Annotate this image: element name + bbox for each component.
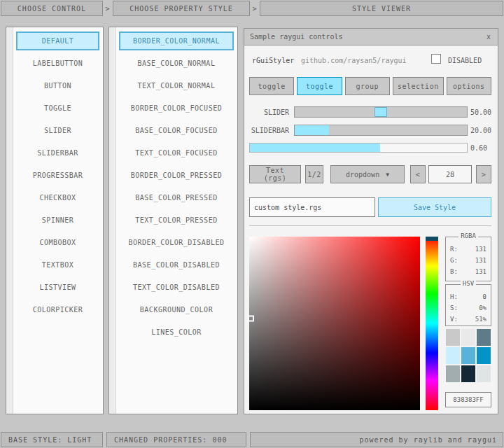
h-label: H: (450, 293, 458, 300)
toggle-group-item-toggle-1[interactable]: toggle (249, 77, 294, 95)
hsv-row-s: S: 0% (446, 302, 491, 314)
property-item-border-color-disabled[interactable]: BORDER_COLOR_DISABLED (119, 233, 234, 252)
close-icon[interactable]: x (485, 33, 492, 41)
property-item-border-color-pressed[interactable]: BORDER_COLOR_PRESSED (119, 166, 234, 185)
style-filename-input[interactable] (249, 197, 375, 217)
control-item-checkbox[interactable]: CHECKBOX (16, 188, 99, 207)
slider-track[interactable] (294, 106, 468, 118)
property-item-text-color-focused[interactable]: TEXT_COLOR_FOCUSED (119, 144, 234, 162)
property-item-base-color-normal[interactable]: BASE_COLOR_NORMAL (119, 54, 234, 73)
toggle-group-item-toggle-2[interactable]: toggle (297, 77, 342, 95)
spinner-increase-button[interactable]: > (476, 165, 491, 183)
progress-value: 0.60 (470, 144, 487, 152)
control-item-progressbar[interactable]: PROGRESSBAR (16, 166, 99, 185)
properties-list-scrollbar[interactable] (109, 27, 116, 414)
status-base-style: BASE STYLE: LIGHT (1, 432, 103, 447)
palette-swatch-0[interactable] (446, 329, 460, 346)
disabled-checkbox-label: DISABLED (448, 57, 482, 64)
dropdown-selected-label: dropdown (346, 171, 379, 178)
hue-slider-handle[interactable] (426, 237, 438, 241)
half-button[interactable]: 1/2 (305, 165, 323, 183)
property-item-lines-color[interactable]: LINES_COLOR (119, 323, 234, 342)
property-item-text-color-normal[interactable]: TEXT_COLOR_NORMAL (119, 76, 234, 95)
toggle-group-item-group[interactable]: group (345, 77, 390, 95)
controls-list-scrollbar[interactable] (6, 27, 13, 414)
r-label: R: (450, 246, 458, 253)
property-item-text-color-disabled[interactable]: TEXT_COLOR_DISABLED (119, 278, 234, 297)
property-item-base-color-focused[interactable]: BASE_COLOR_FOCUSED (119, 121, 234, 140)
rgba-row-b: B: 131 (446, 266, 491, 277)
breadcrumb-separator-icon: > (250, 1, 260, 16)
sliderbar-track[interactable] (294, 125, 468, 136)
hsv-row-v: V: 51% (446, 314, 491, 325)
rguistyler-app: CHOOSE CONTROL > CHOOSE PROPERTY STYLE >… (0, 0, 504, 448)
text-rgs-button[interactable]: Text (rgs) (249, 165, 301, 183)
slider-handle[interactable] (374, 107, 387, 117)
control-item-slider[interactable]: SLIDER (16, 121, 99, 140)
window-title: Sample raygui controls (250, 33, 342, 41)
b-value: 131 (475, 268, 486, 275)
property-item-text-color-pressed[interactable]: TEXT_COLOR_PRESSED (119, 211, 234, 230)
toggle-group-item-options[interactable]: options (447, 77, 491, 95)
disabled-checkbox[interactable] (431, 54, 441, 64)
dropdown-combobox[interactable]: dropdown ▼ (330, 165, 405, 183)
slider-value: 50.00 (470, 108, 491, 116)
control-item-listview[interactable]: LISTVIEW (16, 278, 99, 297)
property-item-border-color-focused[interactable]: BORDER_COLOR_FOCUSED (119, 99, 234, 118)
palette-swatch-1[interactable] (461, 329, 475, 346)
controls-list-panel: DEFAULT LABELBUTTON BUTTON TOGGLE SLIDER… (6, 27, 104, 414)
sliderbar-label: SLIDERBAR (246, 127, 289, 134)
g-value: 131 (475, 257, 486, 264)
control-item-colorpicker[interactable]: COLORPICKER (16, 300, 99, 319)
v-value: 51% (475, 316, 486, 323)
status-bar: BASE STYLE: LIGHT CHANGED PROPERTIES: 00… (0, 431, 504, 448)
repo-link-label: github.com/raysan5/raygui (301, 57, 407, 64)
control-item-combobox[interactable]: COMBOBOX (16, 233, 99, 252)
control-item-textbox[interactable]: TEXTBOX (16, 255, 99, 274)
palette-swatch-7[interactable] (461, 365, 475, 382)
toggle-group-item-selection[interactable]: selection (393, 77, 444, 95)
control-item-toggle[interactable]: TOGGLE (16, 99, 99, 118)
property-item-base-color-pressed[interactable]: BASE_COLOR_PRESSED (119, 188, 234, 207)
color-picker-cursor[interactable] (248, 315, 254, 321)
palette-swatch-2[interactable] (477, 329, 491, 346)
palette-swatch-6[interactable] (446, 365, 460, 382)
control-item-spinner[interactable]: SPINNER (16, 211, 99, 230)
hex-color-value[interactable]: 838383FF (445, 392, 491, 407)
color-picker-area[interactable] (249, 237, 420, 410)
r-value: 131 (475, 246, 486, 253)
control-item-button[interactable]: BUTTON (16, 76, 99, 95)
status-changed-properties: CHANGED PROPERTIES: 000 (106, 432, 246, 447)
step-style-viewer: STYLE VIEWER (260, 1, 503, 16)
window-body: rGuiStyler github.com/raysan5/raygui DIS… (244, 46, 498, 414)
control-item-sliderbar[interactable]: SLIDERBAR (16, 144, 99, 162)
control-item-labelbutton[interactable]: LABELBUTTON (16, 54, 99, 73)
styler-name-label: rGuiStyler (252, 57, 294, 64)
window-titlebar[interactable]: Sample raygui controls x (244, 29, 498, 46)
hue-bar[interactable] (426, 237, 438, 410)
section-divider (249, 225, 491, 226)
style-color-palette (446, 329, 491, 382)
palette-swatch-8[interactable] (477, 365, 491, 382)
palette-swatch-3[interactable] (446, 347, 460, 364)
control-item-default[interactable]: DEFAULT (16, 31, 99, 50)
spinner-decrease-button[interactable]: < (410, 165, 426, 183)
hsv-row-h: H: 0 (446, 291, 491, 302)
properties-list-panel: BORDER_COLOR_NORMAL BASE_COLOR_NORMAL TE… (108, 27, 238, 414)
save-style-button[interactable]: Save Style (378, 197, 491, 217)
progress-bar-fill (250, 144, 380, 152)
property-item-base-color-disabled[interactable]: BASE_COLOR_DISABLED (119, 255, 234, 274)
palette-swatch-5[interactable] (477, 347, 491, 364)
b-label: B: (450, 268, 458, 275)
s-label: S: (450, 304, 458, 312)
progress-bar (249, 143, 468, 153)
slider-label: SLIDER (246, 108, 289, 116)
property-item-background-color[interactable]: BACKGROUND_COLOR (119, 300, 234, 319)
sliderbar-fill (295, 125, 329, 135)
spinner-value-box[interactable]: 28 (428, 165, 472, 183)
rgba-row-g: G: 131 (446, 255, 491, 266)
property-item-border-color-normal[interactable]: BORDER_COLOR_NORMAL (119, 31, 234, 50)
palette-swatch-4[interactable] (461, 347, 475, 364)
controls-list: DEFAULT LABELBUTTON BUTTON TOGGLE SLIDER… (16, 31, 99, 319)
g-label: G: (450, 257, 458, 264)
